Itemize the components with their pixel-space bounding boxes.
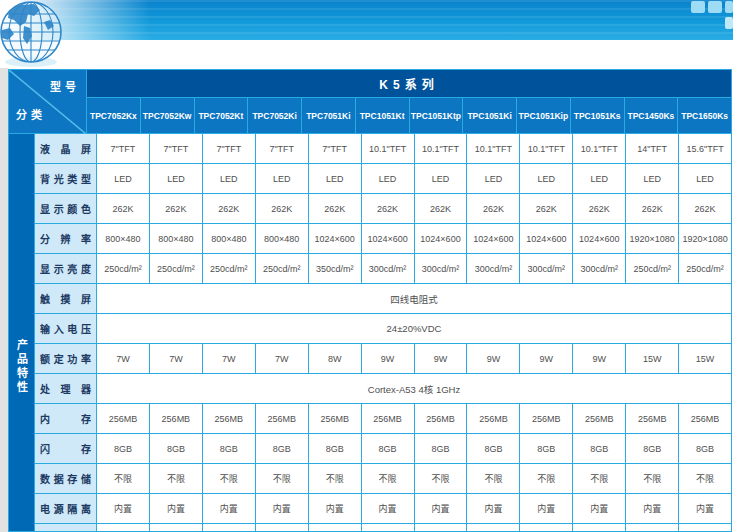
banner-square-decoration (691, 1, 705, 13)
corner-category-label: 分类 (16, 106, 46, 122)
model-header-row: TPC7052KxTPC7052KwTPC7052KtTPC7052KiTPC7… (87, 98, 731, 134)
spec-cell: 256MB (362, 404, 415, 433)
banner-square-decoration (725, 1, 733, 13)
row-label: 处理器 (35, 374, 97, 403)
spec-cell: LED (150, 164, 203, 193)
model-header: TPC7052Kx (87, 98, 141, 133)
spec-cell: 300cd/m² (415, 254, 468, 283)
spec-cell: 262K (150, 194, 203, 223)
spec-cell: 7W (256, 344, 309, 373)
spec-cell: 262K (97, 194, 150, 223)
model-header: TPC7052Ki (248, 98, 302, 133)
spec-cell: 256MB (573, 404, 626, 433)
spec-cell: 15.6"TFT (679, 134, 731, 163)
product-features-label: 产品特性 (14, 339, 30, 395)
row-label-text: 显示颜色 (40, 201, 91, 216)
table-header: 型号 分类 K5系列 TPC7052KxTPC7052KwTPC7052KtTP… (9, 70, 731, 134)
spec-cell: 内置 (415, 494, 468, 523)
spec-cell: 9W (415, 344, 468, 373)
spec-cell: 不限 (203, 464, 256, 493)
spec-cell: LED (415, 164, 468, 193)
spec-cell: 内置 (203, 494, 256, 523)
model-header: TPC1051Kip (517, 98, 571, 133)
spec-cell: 800×480 (203, 224, 256, 253)
spec-cell: 内置 (309, 494, 362, 523)
spec-cell: 7"TFT (150, 134, 203, 163)
spec-cell: LED (203, 164, 256, 193)
spec-cell: 内置 (679, 524, 731, 532)
spec-cell: 内置 (520, 524, 573, 532)
spec-cell: 8GB (256, 434, 309, 463)
spec-cell: 256MB (150, 404, 203, 433)
banner-square-decoration (708, 1, 722, 13)
spec-cell: 不限 (150, 464, 203, 493)
row-label: 内存 (35, 404, 97, 433)
spec-cell: 250cd/m² (256, 254, 309, 283)
corner-model-label: 型号 (50, 78, 80, 94)
spec-cell: 8GB (150, 434, 203, 463)
model-header: TPC7052Kt (195, 98, 249, 133)
row-label: 触摸屏 (35, 284, 97, 313)
spec-cell: 300cd/m² (362, 254, 415, 283)
spec-cell: 8GB (573, 434, 626, 463)
spec-span-cell: 四线电阻式 (97, 284, 731, 313)
model-header: TPC7052Kw (141, 98, 195, 133)
spec-cell: 9W (573, 344, 626, 373)
spec-cell: 300cd/m² (467, 254, 520, 283)
spec-cell: 无 (203, 524, 256, 532)
spec-cell: 250cd/m² (679, 254, 731, 283)
spec-cell: 内置 (97, 494, 150, 523)
spec-cell: 1024×600 (467, 224, 520, 253)
spec-cell: 不限 (362, 464, 415, 493)
spec-cell: 8GB (626, 434, 679, 463)
row-label-text: 电源隔离 (40, 501, 91, 516)
spec-cell: 262K (520, 194, 573, 223)
row-label-text: 闪存 (40, 441, 91, 456)
spec-cell: LED (97, 164, 150, 193)
row-label-text: 内存 (40, 411, 91, 426)
row-label-text: 处理器 (40, 381, 91, 396)
spec-row: 串口隔离无无无无无无无内置内置内置内置内置 (35, 524, 731, 532)
spec-cell: 不限 (415, 464, 468, 493)
spec-row: 额定功率7W7W7W7W8W9W9W9W9W9W15W15W (35, 344, 731, 374)
row-label: 显示颜色 (35, 194, 97, 223)
spec-cell: LED (520, 164, 573, 193)
spec-cell: 7"TFT (256, 134, 309, 163)
spec-cell: 250cd/m² (97, 254, 150, 283)
spec-cell: 不限 (256, 464, 309, 493)
spec-cell: 14"TFT (626, 134, 679, 163)
spec-cell: 8W (309, 344, 362, 373)
spec-cell: LED (467, 164, 520, 193)
spec-cell: 1024×600 (520, 224, 573, 253)
spec-cell: 8GB (203, 434, 256, 463)
spec-cell: 内置 (626, 494, 679, 523)
row-label: 分辨率 (35, 224, 97, 253)
spec-cell: 1024×600 (309, 224, 362, 253)
header-right: K5系列 TPC7052KxTPC7052KwTPC7052KtTPC7052K… (87, 70, 731, 134)
spec-cell: 15W (679, 344, 731, 373)
model-header: TPC1051Ks (571, 98, 625, 133)
spec-cell: 1920×1080 (679, 224, 731, 253)
spec-cell: 不限 (626, 464, 679, 493)
row-label-text: 数据存储 (40, 471, 91, 486)
spec-cell: 7"TFT (309, 134, 362, 163)
spec-cell: 256MB (309, 404, 362, 433)
spec-row: 显示颜色262K262K262K262K262K262K262K262K262K… (35, 194, 731, 224)
spec-cell: 300cd/m² (520, 254, 573, 283)
spec-cell: 不限 (679, 464, 731, 493)
spec-cell: 10.1"TFT (415, 134, 468, 163)
spec-span-cell: 24±20%VDC (97, 314, 731, 343)
spec-row: 电源隔离内置内置内置内置内置内置内置内置内置内置内置内置 (35, 494, 731, 524)
spec-cell: 7W (97, 344, 150, 373)
spec-cell: 1024×600 (415, 224, 468, 253)
spec-row: 背光类型LEDLEDLEDLEDLEDLEDLEDLEDLEDLEDLEDLED (35, 164, 731, 194)
spec-cell: 262K (362, 194, 415, 223)
spec-cell: 800×480 (150, 224, 203, 253)
spec-cell: 不限 (520, 464, 573, 493)
row-label: 背光类型 (35, 164, 97, 193)
spec-cell: 10.1"TFT (467, 134, 520, 163)
spec-cell: 800×480 (97, 224, 150, 253)
left-margin-strip (0, 68, 8, 532)
spec-row: 处理器Cortex-A53 4核 1GHz (35, 374, 731, 404)
row-label-text: 显示亮度 (40, 261, 91, 276)
